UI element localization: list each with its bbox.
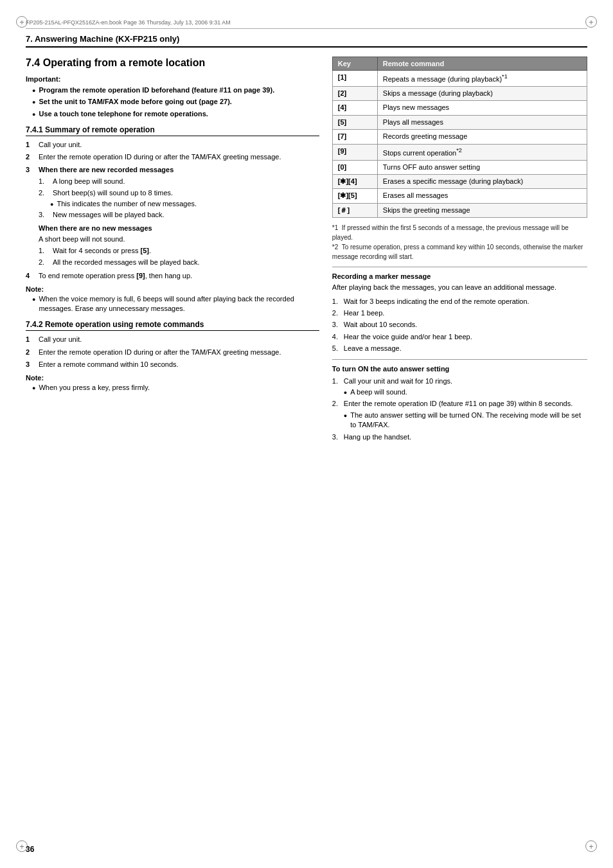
recording-steps: 1. Wait for 3 beeps indicating the end o… (332, 297, 587, 354)
rec-step-4: 4. Hear the voice guide and/or hear 1 be… (332, 332, 587, 342)
table-row: [9] Stops current operation*2 (332, 144, 587, 160)
table-row: [✱][4] Erases a specific message (during… (332, 175, 587, 189)
page-number: 36 (26, 845, 34, 854)
autoanswer-section: To turn ON the auto answer setting 1. Ca… (332, 365, 587, 442)
substep-3-2: 2. Short beep(s) will sound up to 8 time… (39, 188, 319, 198)
substep-no-2: 2. All the recorded messages will be pla… (39, 258, 319, 267)
subsection1-title: 7.4.1 Summary of remote operation (26, 125, 319, 136)
substep-3-1: 1. A long beep will sound. (39, 177, 319, 186)
auto-step-3: 3. Hang up the handset. (332, 432, 587, 442)
page: + + + + FP205-215AL-PFQX2516ZA-en.book P… (0, 0, 613, 868)
table-header-key: Key (332, 57, 377, 71)
command-table: Key Remote command [1] Repeats a message… (332, 57, 587, 218)
autoanswer-title: To turn ON the auto answer setting (332, 365, 587, 373)
rec-step-5: 5. Leave a message. (332, 344, 587, 353)
step2-1: 1 Call your unit. (26, 335, 319, 344)
step2-3: 3 Enter a remote command within 10 secon… (26, 360, 319, 369)
step3-label: When there are new recorded messages (39, 165, 319, 175)
table-row: [5] Plays all messages (332, 115, 587, 129)
note-list-1: When the voice memory is full, 6 beeps w… (26, 294, 319, 314)
table-row: [2] Skips a message (during playback) (332, 87, 587, 101)
right-column: Key Remote command [1] Repeats a message… (332, 57, 587, 444)
recording-section: Recording a marker message After playing… (332, 272, 587, 353)
auto-step-2: 2. Enter the remote operation ID (featur… (332, 399, 587, 430)
important-item: Program the remote operation ID beforeha… (32, 85, 319, 95)
table-row: [0] Turns OFF auto answer setting (332, 160, 587, 174)
auto-step-1: 1. Call your unit and wait for 10 rings.… (332, 376, 587, 398)
chapter-header: 7. Answering Machine (KX-FP215 only) (26, 34, 587, 48)
substep-3-3: 3. New messages will be played back. (39, 210, 319, 220)
auto-step-2-bullet: ● The auto answer setting will be turned… (344, 411, 587, 430)
footnote-2: *2 To resume operation, press a command … (332, 242, 587, 261)
important-label: Important: (26, 75, 319, 83)
note-item: When the voice memory is full, 6 beeps w… (32, 294, 319, 314)
divider2 (332, 359, 587, 360)
recording-title: Recording a marker message (332, 272, 587, 280)
corner-mark-br: + (585, 840, 597, 852)
footnotes: *1 If pressed within the first 5 seconds… (332, 223, 587, 261)
divider (332, 267, 587, 267)
rec-step-1: 1. Wait for 3 beeps indicating the end o… (332, 297, 587, 306)
table-row: [7] Records greeting message (332, 130, 587, 144)
corner-mark-tr: + (585, 16, 597, 28)
table-row: [✱][5] Erases all messages (332, 189, 587, 203)
subsection2-title: 7.4.2 Remote operation using remote comm… (26, 320, 319, 331)
table-row: [1] Repeats a message (during playback)*… (332, 71, 587, 87)
substep-no-1: 1. Wait for 4 seconds or press [5]. (39, 246, 319, 256)
recording-intro: After playing back the messages, you can… (332, 283, 587, 292)
footnote-1: *1 If pressed within the first 5 seconds… (332, 223, 587, 242)
step-4: 4 To end remote operation press [9], the… (26, 271, 319, 281)
corner-mark-tl: + (16, 16, 28, 28)
important-item: Use a touch tone telephone for remote op… (32, 109, 319, 119)
substep-3-2-bullet: This indicates the number of new message… (50, 199, 319, 209)
step-2: 2 Enter the remote operation ID during o… (26, 152, 319, 162)
rec-step-2: 2. Hear 1 beep. (332, 308, 587, 318)
table-row: [4] Plays new messages (332, 101, 587, 115)
important-item: Set the unit to TAM/FAX mode before goin… (32, 97, 319, 107)
note-label-1: Note: (26, 285, 319, 293)
no-messages-text: A short beep will not sound. (39, 235, 319, 244)
step2-2: 2 Enter the remote operation ID during o… (26, 348, 319, 357)
auto-step-1-bullet: ● A beep will sound. (344, 387, 407, 397)
step-3: 3 When there are new recorded messages 1… (26, 165, 319, 269)
file-header: FP205-215AL-PFQX2516ZA-en.book Page 36 T… (26, 19, 587, 29)
section-title: 7.4 Operating from a remote location (26, 57, 319, 70)
when-no-messages-label: When there are no new messages (39, 224, 319, 233)
table-row: [＃] Skips the greeting message (332, 203, 587, 217)
left-column: 7.4 Operating from a remote location Imp… (26, 57, 319, 444)
note-item-2: When you press a key, press firmly. (32, 383, 319, 393)
rec-step-3: 3. Wait about 10 seconds. (332, 320, 587, 330)
important-list: Program the remote operation ID beforeha… (26, 85, 319, 119)
note-label-2: Note: (26, 374, 319, 382)
step-1: 1 Call your unit. (26, 140, 319, 150)
note-list-2: When you press a key, press firmly. (26, 383, 319, 393)
table-header-cmd: Remote command (377, 57, 587, 71)
